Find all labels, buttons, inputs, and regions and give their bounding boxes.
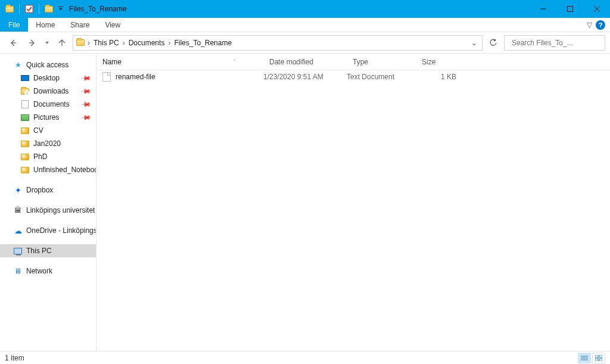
window-controls <box>530 0 610 18</box>
folder-icon <box>20 126 30 135</box>
chevron-right-icon[interactable]: › <box>122 39 126 47</box>
search-icon <box>508 39 509 46</box>
qat-folder-icon[interactable] <box>2 1 17 17</box>
qat-properties-icon[interactable] <box>22 1 36 17</box>
tab-file[interactable]: File <box>0 18 28 32</box>
sidebar-item-label: Documents <box>33 100 70 108</box>
close-button[interactable] <box>583 0 610 18</box>
svg-line-10 <box>509 43 509 43</box>
sidebar-item-label: Quick access <box>26 61 69 69</box>
sidebar-item-label: Dropbox <box>26 186 53 194</box>
recent-dropdown-icon[interactable] <box>43 35 51 51</box>
file-name: renamed-file <box>116 73 155 81</box>
file-size: 1 KB <box>416 73 456 81</box>
downloads-icon <box>20 86 30 96</box>
refresh-button[interactable] <box>485 35 502 51</box>
ribbon: File Home Share View ▽ ? <box>0 18 610 32</box>
pc-icon <box>13 246 23 256</box>
search-box[interactable] <box>504 35 605 51</box>
address-bar[interactable]: › This PC › Documents › Files_To_Rename … <box>73 35 483 51</box>
chevron-right-icon[interactable]: › <box>167 39 172 47</box>
tab-share[interactable]: Share <box>63 18 97 32</box>
sidebar-item-label: Downloads <box>33 87 69 95</box>
file-pane: Name ˄ Date modified Type Size renamed-f… <box>97 54 610 351</box>
svg-rect-16 <box>595 359 598 361</box>
pin-icon: 📌 <box>80 98 91 110</box>
tab-view[interactable]: View <box>97 18 128 32</box>
sidebar-item-cv[interactable]: CV <box>0 124 96 137</box>
ribbon-expand-icon[interactable]: ▽ <box>587 21 592 29</box>
crumb-current[interactable]: Files_To_Rename <box>173 39 233 47</box>
column-type[interactable]: Type <box>347 58 416 66</box>
statusbar: 1 item <box>0 351 610 364</box>
dropbox-icon <box>13 185 23 195</box>
sidebar-item-pictures[interactable]: Pictures 📌 <box>0 111 96 124</box>
folder-icon <box>20 139 30 148</box>
qat <box>0 1 66 17</box>
help-icon[interactable]: ? <box>596 20 605 30</box>
navbar: › This PC › Documents › Files_To_Rename … <box>0 32 610 54</box>
star-icon <box>13 60 23 70</box>
sidebar-item-desktop[interactable]: Desktop 📌 <box>0 71 96 85</box>
pin-icon: 📌 <box>80 85 91 97</box>
documents-icon <box>20 99 30 109</box>
sidebar-item-label: Pictures <box>33 113 59 122</box>
sidebar-item-dropbox[interactable]: Dropbox <box>0 183 96 197</box>
cloud-icon <box>13 226 23 235</box>
folder-icon <box>20 165 30 175</box>
sidebar-item-jan2020[interactable]: Jan2020 <box>0 137 96 150</box>
back-button[interactable] <box>5 35 21 51</box>
svg-rect-1 <box>58 7 63 7</box>
sidebar-item-unfinished[interactable]: Unfinished_Notebooks <box>0 163 96 176</box>
sidebar-item-label: Desktop <box>33 74 60 82</box>
pin-icon: 📌 <box>80 72 91 83</box>
list-item[interactable]: renamed-file 1/23/2020 9:51 AM Text Docu… <box>97 70 610 83</box>
sidebar-item-label: PhD <box>33 153 47 161</box>
sidebar-item-phd[interactable]: PhD <box>0 150 96 163</box>
network-icon <box>13 266 23 276</box>
column-name[interactable]: Name ˄ <box>97 58 263 66</box>
minimize-button[interactable] <box>530 0 556 18</box>
address-folder-icon <box>76 38 85 48</box>
sidebar-item-quickaccess[interactable]: Quick access <box>0 58 96 71</box>
sort-asc-icon: ˄ <box>234 59 236 64</box>
chevron-right-icon[interactable]: › <box>86 39 91 47</box>
sidebar-item-label: Network <box>26 267 52 275</box>
column-date[interactable]: Date modified <box>263 58 347 66</box>
address-dropdown-icon[interactable]: ⌄ <box>469 39 480 47</box>
search-input[interactable] <box>512 39 601 47</box>
file-date: 1/23/2020 9:51 AM <box>263 73 347 81</box>
sidebar-item-linkoping[interactable]: Linköpings universitet <box>0 204 96 217</box>
file-type: Text Document <box>347 73 416 81</box>
crumb-documents[interactable]: Documents <box>127 39 166 47</box>
sidebar-item-documents[interactable]: Documents 📌 <box>0 98 96 111</box>
column-label: Name <box>102 58 122 66</box>
sidebar-item-onedrive[interactable]: OneDrive - Linköpings <box>0 224 96 237</box>
sidebar-item-label: Linköpings universitet <box>26 206 95 214</box>
content-area: Quick access Desktop 📌 Downloads 📌 Docum… <box>0 54 610 351</box>
sidebar-item-downloads[interactable]: Downloads 📌 <box>0 85 96 98</box>
tab-home[interactable]: Home <box>28 18 63 32</box>
titlebar: Files_To_Rename <box>0 0 610 18</box>
svg-rect-15 <box>599 355 602 357</box>
column-headers: Name ˄ Date modified Type Size <box>97 54 610 70</box>
pin-icon: 📌 <box>80 111 91 123</box>
sidebar: Quick access Desktop 📌 Downloads 📌 Docum… <box>0 54 97 351</box>
crumb-thispc[interactable]: This PC <box>92 39 120 47</box>
qat-newfolder-icon[interactable] <box>42 1 56 17</box>
maximize-button[interactable] <box>556 0 583 18</box>
forward-button[interactable] <box>24 35 41 51</box>
file-icon <box>102 72 111 82</box>
sidebar-item-label: CV <box>33 126 43 135</box>
svg-rect-17 <box>599 359 602 361</box>
up-button[interactable] <box>54 35 70 51</box>
sidebar-item-thispc[interactable]: This PC <box>0 244 96 257</box>
view-details-button[interactable] <box>578 353 591 363</box>
sidebar-item-network[interactable]: Network <box>0 265 96 278</box>
file-list: renamed-file 1/23/2020 9:51 AM Text Docu… <box>97 70 610 351</box>
svg-rect-3 <box>567 7 572 12</box>
column-size[interactable]: Size <box>416 58 456 66</box>
qat-dropdown-icon[interactable] <box>56 1 66 17</box>
view-icons-button[interactable] <box>592 353 605 363</box>
sidebar-item-label: Jan2020 <box>33 139 61 148</box>
